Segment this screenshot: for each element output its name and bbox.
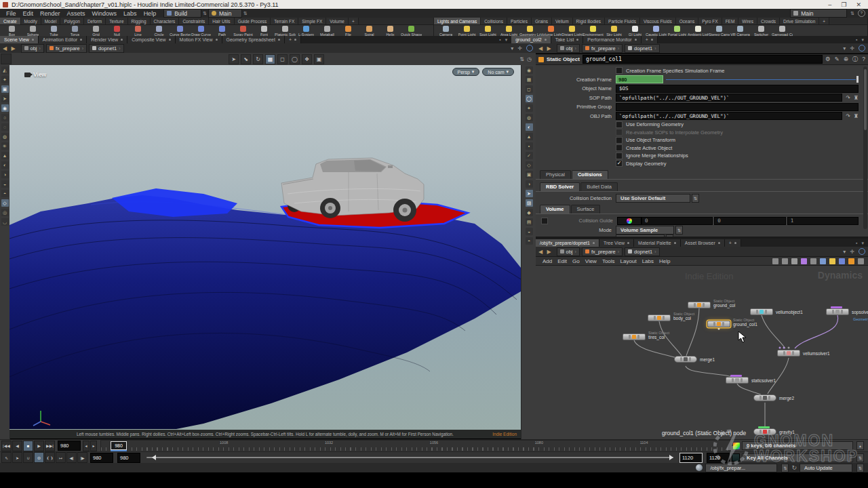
- dropdown-spinner-icon[interactable]: ⇅: [675, 226, 683, 235]
- shelf-tab[interactable]: Drive Simulation: [780, 18, 819, 24]
- maximize-button[interactable]: ❐: [841, 1, 846, 8]
- display-option-icon[interactable]: ◇: [526, 161, 533, 169]
- shelf-tab[interactable]: Volume: [326, 18, 349, 24]
- shelf-tool[interactable]: Path: [212, 26, 233, 37]
- shelf-tab[interactable]: Lights and Cameras: [434, 18, 481, 24]
- shelf-tool[interactable]: Draw Curve: [191, 26, 212, 37]
- parameter-scrollbar[interactable]: [863, 66, 867, 229]
- sync-icon[interactable]: [526, 45, 533, 52]
- param-checkbox[interactable]: Use Deforming Geometry: [616, 121, 868, 129]
- shelf-tab[interactable]: Particles: [507, 18, 532, 24]
- playback-option-button[interactable]: ➤: [12, 452, 22, 463]
- collision-detection-dropdown[interactable]: Use Solver Default: [616, 194, 690, 203]
- solver-tab[interactable]: Bullet Data: [580, 182, 618, 191]
- network-toolbar-icon[interactable]: [858, 258, 864, 264]
- pane-tab[interactable]: ground_col2: [511, 36, 551, 43]
- pane-tab[interactable]: Motion FX View: [176, 36, 222, 43]
- keys-summary-dropdown[interactable]: 0 keys, 0/0 channels: [742, 441, 853, 450]
- menu-item[interactable]: Help: [140, 10, 160, 17]
- breadcrumb-item[interactable]: obj›: [21, 44, 44, 53]
- network-toolbar-icon[interactable]: [791, 258, 797, 264]
- display-option-icon[interactable]: ◑: [526, 180, 533, 188]
- shelf-tab[interactable]: Wires: [738, 18, 757, 24]
- keyframe-color-icon[interactable]: [733, 443, 740, 449]
- shelf-tool[interactable]: Helix: [380, 26, 401, 37]
- network-node[interactable]: Static Objectbody_col: [648, 314, 671, 321]
- shelf-tool[interactable]: Sphere: [22, 26, 43, 37]
- shelf-tool[interactable]: Environment Light: [583, 26, 604, 37]
- node-body[interactable]: [623, 333, 646, 340]
- viewport-side-tool-icon[interactable]: ◐: [1, 161, 9, 169]
- transport-button[interactable]: ▶▶|: [45, 441, 55, 451]
- network-editor[interactable]: Indie Edition Dynamics Static Objectgrou…: [536, 266, 868, 439]
- display-option-icon[interactable]: ▤: [526, 218, 533, 226]
- display-option-icon[interactable]: ◉: [526, 66, 533, 74]
- right-menuset-spinner[interactable]: ⇅: [849, 11, 856, 16]
- viewport-side-tool-icon[interactable]: ◍: [1, 133, 9, 140]
- shelf-tab[interactable]: Texture: [106, 18, 127, 24]
- breadcrumb-item[interactable]: obj›: [557, 44, 580, 53]
- network-toolbar-icon[interactable]: [848, 258, 854, 264]
- breadcrumb-item[interactable]: obj›: [557, 247, 580, 256]
- desktop-spinner[interactable]: ⇅: [201, 11, 208, 16]
- pane-menu-icon[interactable]: ▾: [861, 37, 864, 43]
- transport-button[interactable]: ■: [23, 441, 33, 451]
- guide-color-swatch[interactable]: [617, 217, 642, 225]
- viewport-tool-icon[interactable]: ◻: [277, 54, 288, 64]
- pane-tab-menu-dot[interactable]: [80, 39, 82, 41]
- menuset-selector[interactable]: Main: [208, 9, 242, 18]
- shelf-tool[interactable]: Circle: [149, 26, 170, 37]
- frame-step-back-button[interactable]: ◂: [83, 441, 90, 451]
- display-option-icon[interactable]: •: [526, 142, 533, 150]
- dropdown-spinner-icon[interactable]: ⇅: [781, 464, 789, 472]
- transport-button[interactable]: ▶: [34, 441, 44, 451]
- shelf-tool[interactable]: Stereo Camera: [709, 26, 730, 37]
- dropdown-spinner-icon[interactable]: ⇅: [692, 194, 699, 203]
- node-body[interactable]: [648, 314, 671, 321]
- shelf-tool[interactable]: File: [338, 26, 359, 37]
- shelf-tab[interactable]: Guide Process: [235, 18, 271, 24]
- network-node[interactable]: merge1: [674, 356, 697, 363]
- breadcrumb-item[interactable]: dopnet1›: [89, 44, 123, 53]
- pane-tab-menu-dot[interactable]: [216, 39, 218, 41]
- param-checkbox[interactable]: Display Geometry: [616, 160, 868, 167]
- pane-tab[interactable]: +: [642, 36, 658, 43]
- path-dropdown-icon[interactable]: ▾: [843, 45, 846, 52]
- network-node[interactable]: sopsolver1 Geometry: [826, 308, 849, 315]
- shelf-tab[interactable]: FEM: [722, 18, 739, 24]
- shelf-tab[interactable]: Model: [41, 18, 61, 24]
- pane-tab[interactable]: /obj/fx_prepare/dopnet1: [536, 239, 599, 247]
- viewport-tool-icon[interactable]: ❖: [302, 54, 312, 64]
- shelf-tool[interactable]: Area Light: [498, 26, 519, 37]
- shelf-tool[interactable]: Distant Light: [561, 26, 583, 37]
- close-button[interactable]: ✕: [856, 1, 861, 8]
- display-option-icon[interactable]: ◆: [526, 209, 533, 216]
- keys-expand-icon[interactable]: ▴: [856, 441, 864, 450]
- viewport-tool-icon[interactable]: ▣: [314, 54, 324, 64]
- node-chooser-icon[interactable]: ↷: [846, 95, 850, 101]
- viewport-tool-icon[interactable]: ↻: [253, 54, 263, 64]
- viewport-side-tool-icon[interactable]: ◇: [1, 199, 9, 207]
- help-ring-icon[interactable]: ?: [858, 9, 865, 17]
- sync-icon[interactable]: [859, 248, 865, 255]
- network-toolbar-icon[interactable]: [839, 258, 845, 264]
- param-checkbox[interactable]: Ignore Merge Relationships: [616, 152, 868, 160]
- network-menu-item[interactable]: Layout: [618, 258, 639, 264]
- snap-icon[interactable]: ⇅: [519, 56, 524, 62]
- range-left-handle[interactable]: [152, 455, 156, 460]
- pin-icon[interactable]: ✛: [517, 45, 522, 52]
- shelf-tool[interactable]: Line: [127, 26, 149, 37]
- node-body[interactable]: [674, 356, 697, 363]
- network-toolbar-icon[interactable]: [810, 258, 816, 264]
- playback-option-button[interactable]: |▶: [77, 452, 87, 463]
- breadcrumb-item[interactable]: fx_prepare›: [582, 247, 623, 256]
- shelf-tool[interactable]: Ambient Light: [688, 26, 709, 37]
- display-option-icon[interactable]: ◻: [526, 85, 533, 93]
- pane-tab[interactable]: Render View: [87, 36, 127, 43]
- playback-option-button[interactable]: ↦: [56, 452, 66, 463]
- node-body[interactable]: [753, 428, 776, 435]
- representation-tab[interactable]: Volume: [540, 205, 570, 214]
- shelf-tool[interactable]: Null: [106, 26, 127, 37]
- network-toolbar-icon[interactable]: [772, 258, 778, 264]
- network-toolbar-icon[interactable]: [820, 258, 826, 264]
